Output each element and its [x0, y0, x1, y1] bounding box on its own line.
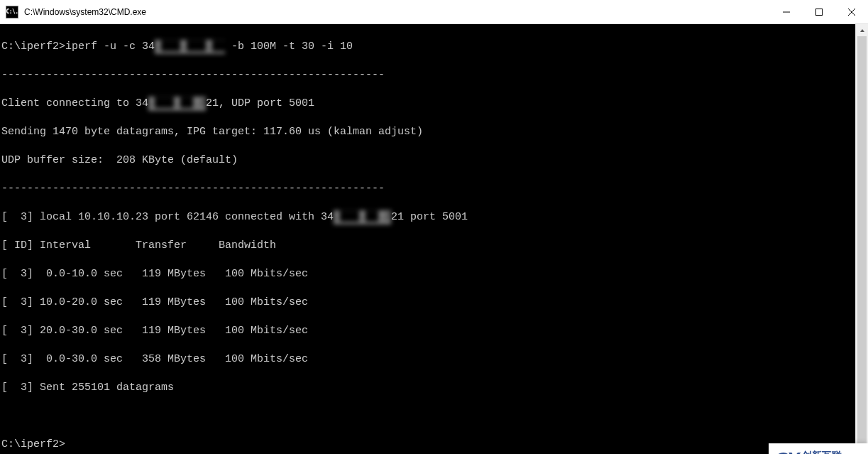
cmd-pre: iperf -u -c 34: [65, 40, 155, 53]
scroll-up-button[interactable]: [856, 24, 868, 36]
titlebar[interactable]: C:\. C:\Windows\system32\CMD.exe: [0, 0, 868, 24]
window-controls: [770, 0, 868, 23]
prompt: C:\iperf2>: [1, 438, 855, 452]
cmd-post: -b 100M -t 30 -i 10: [225, 40, 353, 53]
cmd-mask-icon: .███.███.██: [155, 40, 225, 54]
terminal-output[interactable]: C:\iperf2>iperf -u -c 34.███.███.██ -b 1…: [0, 24, 855, 454]
scrollbar-track[interactable]: [856, 36, 868, 454]
maximize-button[interactable]: [803, 0, 835, 23]
conn-post: 21, UDP port 5001: [206, 97, 314, 109]
cmd-icon: C:\.: [6, 6, 18, 18]
watermark-logo-icon: CX: [774, 450, 798, 454]
buffer-line: UDP buffer size: 208 KByte (default): [1, 153, 855, 168]
separator: ----------------------------------------…: [1, 68, 855, 82]
local-mask-icon: .███.██.2: [334, 210, 391, 225]
table-row: [ 3] 0.0-30.0 sec 358 MBytes 100 Mbits/s…: [1, 352, 855, 367]
local-pre: [ 3] local 10.10.10.23 port 62146 connec…: [1, 211, 334, 223]
table-row: [ 3] 20.0-30.0 sec 119 MBytes 100 Mbits/…: [1, 324, 855, 338]
svg-rect-1: [816, 9, 823, 15]
table-row: [ 3] 10.0-20.0 sec 119 MBytes 100 Mbits/…: [1, 296, 855, 310]
blank-line: [1, 409, 855, 423]
close-button[interactable]: [835, 0, 868, 23]
local-post: 21 port 5001: [391, 211, 468, 223]
conn-mask-icon: .███.██.2: [148, 97, 206, 111]
table-row: [ 3] 0.0-10.0 sec 119 MBytes 100 Mbits/s…: [1, 267, 855, 281]
watermark-badge: CX 创新互联 CHUANG XIN HU LIAN: [769, 443, 868, 454]
sent-line: [ 3] Sent 255101 datagrams: [1, 381, 855, 395]
svg-marker-4: [860, 29, 864, 32]
cmd-window: C:\. C:\Windows\system32\CMD.exe C:\iper…: [0, 0, 868, 454]
window-title: C:\Windows\system32\CMD.exe: [24, 7, 770, 17]
terminal-area: C:\iperf2>iperf -u -c 34.███.███.██ -b 1…: [0, 24, 868, 454]
minimize-button[interactable]: [770, 0, 803, 23]
conn-pre: Client connecting to 34: [1, 97, 148, 109]
sending-line: Sending 1470 byte datagrams, IPG target:…: [1, 125, 855, 139]
watermark-zh: 创新互联: [802, 450, 862, 455]
scrollbar-thumb[interactable]: [857, 36, 867, 454]
prompt: C:\iperf2>: [1, 40, 65, 53]
vertical-scrollbar[interactable]: [855, 24, 868, 454]
separator: ----------------------------------------…: [1, 182, 855, 196]
table-header: [ ID] Interval Transfer Bandwidth: [1, 239, 855, 253]
